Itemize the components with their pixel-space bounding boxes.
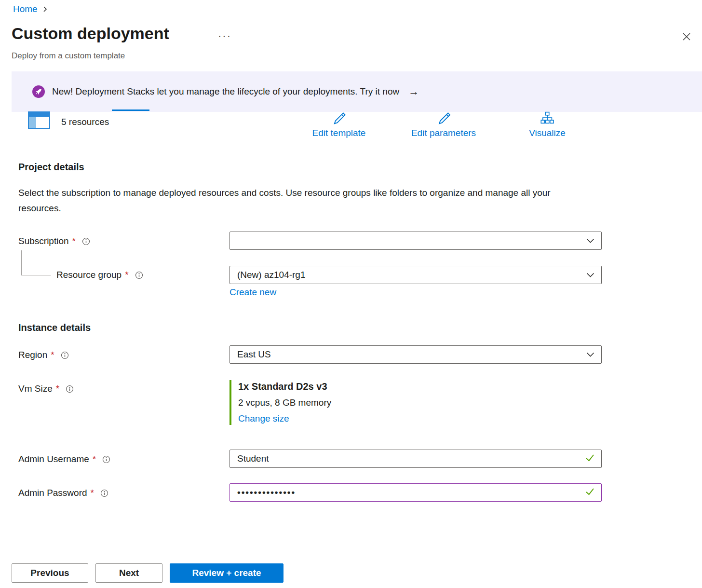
- previous-button[interactable]: Previous: [12, 563, 88, 583]
- project-details-heading: Project details: [18, 162, 84, 173]
- info-icon[interactable]: [82, 237, 90, 246]
- required-marker: *: [125, 270, 128, 280]
- edit-parameters-label: Edit parameters: [411, 128, 476, 138]
- info-icon[interactable]: [135, 271, 143, 279]
- vm-size-detail: 2 vcpus, 8 GB memory: [238, 397, 331, 408]
- subscription-dropdown[interactable]: [230, 232, 602, 250]
- breadcrumb: Home: [13, 4, 48, 14]
- chevron-down-icon: [586, 270, 594, 280]
- rocket-icon: [32, 85, 45, 98]
- custom-deployment-page: Home Custom deployment ··· Deploy from a…: [0, 0, 702, 588]
- edit-template-label: Edit template: [312, 128, 366, 138]
- admin-username-field-wrapper: [230, 450, 602, 468]
- pencil-icon: [332, 111, 346, 127]
- region-dropdown[interactable]: East US: [230, 345, 602, 364]
- close-button[interactable]: [680, 31, 693, 44]
- instance-details-heading: Instance details: [18, 322, 91, 333]
- change-size-link[interactable]: Change size: [238, 413, 289, 424]
- vm-size-summary: 1x Standard D2s v3 2 vcpus, 8 GB memory …: [230, 380, 331, 425]
- required-marker: *: [93, 454, 96, 465]
- review-create-button[interactable]: Review + create: [170, 563, 284, 583]
- resource-group-dropdown[interactable]: (New) az104-rg1: [230, 266, 602, 284]
- project-details-description: Select the subscription to manage deploy…: [18, 185, 570, 216]
- required-marker: *: [91, 488, 94, 498]
- pencil-icon: [436, 111, 451, 127]
- info-icon[interactable]: [61, 351, 69, 359]
- hierarchy-icon: [540, 111, 554, 127]
- page-subtitle: Deploy from a custom template: [12, 51, 125, 61]
- info-icon[interactable]: [102, 455, 110, 464]
- admin-password-input[interactable]: [237, 487, 580, 498]
- required-marker: *: [56, 383, 59, 394]
- tree-connector: [21, 250, 51, 275]
- banner-text: New! Deployment Stacks let you manage th…: [52, 86, 399, 97]
- edit-parameters-button[interactable]: Edit parameters: [411, 111, 476, 138]
- template-resources-icon: [28, 111, 50, 131]
- create-new-link[interactable]: Create new: [230, 287, 276, 298]
- page-title: Custom deployment: [12, 24, 169, 43]
- admin-password-field-wrapper: [230, 483, 602, 502]
- chevron-down-icon: [586, 235, 594, 246]
- next-button[interactable]: Next: [95, 563, 162, 583]
- breadcrumb-home-link[interactable]: Home: [13, 4, 38, 14]
- subscription-label: Subscription *: [18, 236, 90, 246]
- admin-username-input[interactable]: [237, 453, 580, 464]
- visualize-button[interactable]: Visualize: [529, 111, 566, 138]
- admin-password-label: Admin Password *: [18, 488, 108, 498]
- info-icon[interactable]: [66, 385, 74, 393]
- resource-group-label: Resource group *: [56, 270, 143, 280]
- clipped-link-fragment: [112, 109, 149, 111]
- vm-size-label: Vm Size *: [18, 383, 74, 394]
- valid-check-icon: [585, 453, 594, 464]
- info-icon[interactable]: [100, 489, 108, 497]
- more-options-button[interactable]: ···: [218, 30, 231, 42]
- resources-count: 5 resources: [61, 117, 109, 127]
- valid-check-icon: [585, 487, 594, 498]
- required-marker: *: [72, 236, 76, 246]
- region-label: Region *: [18, 350, 69, 360]
- arrow-right-icon: →: [408, 85, 419, 98]
- required-marker: *: [51, 350, 54, 360]
- deployment-stacks-banner[interactable]: New! Deployment Stacks let you manage th…: [12, 71, 702, 112]
- close-icon: [682, 32, 691, 43]
- vm-size-title: 1x Standard D2s v3: [238, 381, 331, 392]
- visualize-label: Visualize: [529, 128, 566, 138]
- chevron-right-icon: [42, 6, 48, 13]
- admin-username-label: Admin Username *: [18, 454, 110, 465]
- chevron-down-icon: [586, 349, 594, 360]
- edit-template-button[interactable]: Edit template: [312, 111, 366, 138]
